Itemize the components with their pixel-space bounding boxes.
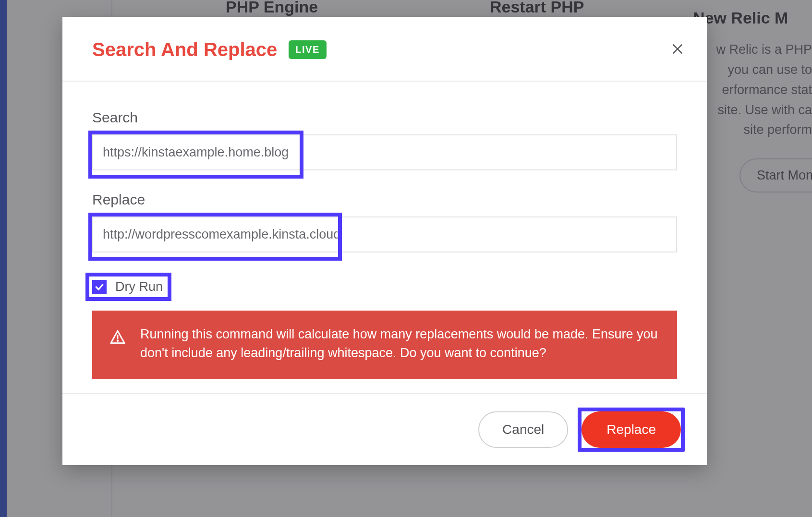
- search-label: Search: [92, 109, 677, 126]
- search-input[interactable]: [92, 134, 677, 170]
- dry-run-checkbox[interactable]: [92, 280, 107, 294]
- search-replace-modal: Search And Replace LIVE Search Replace D…: [62, 17, 707, 465]
- live-badge: LIVE: [289, 40, 326, 59]
- warning-alert: Running this command will calculate how …: [92, 311, 677, 379]
- warning-icon: [109, 329, 126, 347]
- replace-input-wrap: [92, 216, 677, 252]
- search-input-wrap: [92, 134, 677, 170]
- close-icon[interactable]: [671, 43, 684, 55]
- warning-text: Running this command will calculate how …: [140, 325, 660, 362]
- modal-body: Search Replace Dry Run: [62, 82, 707, 393]
- dry-run-label: Dry Run: [115, 279, 163, 294]
- dry-run-row[interactable]: Dry Run: [86, 274, 170, 300]
- svg-point-3: [117, 340, 118, 341]
- modal-footer: Cancel Replace: [62, 393, 707, 465]
- modal-title: Search And Replace: [92, 39, 277, 60]
- cancel-button[interactable]: Cancel: [478, 411, 568, 448]
- replace-input[interactable]: [92, 216, 677, 252]
- replace-label: Replace: [92, 192, 677, 208]
- replace-button[interactable]: Replace: [582, 411, 681, 448]
- replace-button-wrap: Replace: [579, 409, 684, 451]
- modal-header: Search And Replace LIVE: [62, 17, 707, 82]
